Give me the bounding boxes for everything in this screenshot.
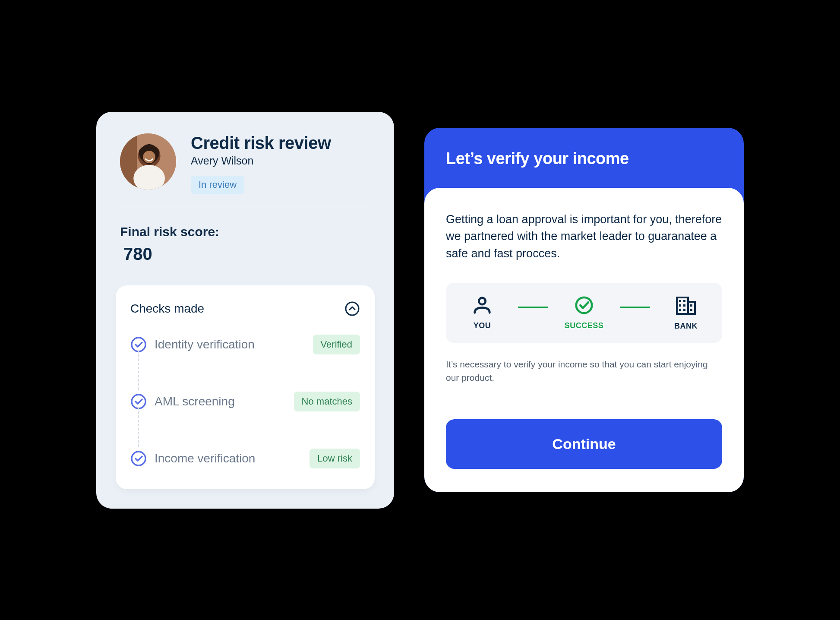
svg-rect-13: [688, 302, 695, 314]
check-badge: Verified: [313, 335, 360, 354]
svg-point-8: [132, 395, 145, 408]
svg-rect-12: [677, 297, 688, 314]
review-header: Credit risk review Avery Wilson In revie…: [116, 133, 375, 194]
checks-heading: Checks made: [130, 302, 204, 316]
svg-rect-14: [679, 300, 681, 302]
check-item-aml: AML screening No matches: [130, 388, 360, 415]
bank-building-icon: [675, 295, 697, 317]
progress-step-label: SUCCESS: [565, 321, 604, 330]
progress-step-label: YOU: [474, 321, 491, 330]
check-circle-icon: [130, 450, 147, 467]
check-badge: Low risk: [309, 449, 360, 468]
divider: [120, 207, 370, 207]
svg-point-7: [132, 338, 145, 351]
svg-point-5: [143, 151, 155, 163]
svg-point-11: [576, 297, 592, 313]
checks-header: Checks made: [130, 301, 360, 316]
check-item-identity: Identity verification Verified: [130, 331, 360, 358]
progress-step-label: BANK: [674, 322, 698, 331]
verify-intro: Getting a loan approval is important for…: [446, 211, 722, 262]
check-item-income: Income verification Low risk: [130, 445, 360, 472]
svg-rect-16: [679, 304, 681, 307]
avatar: [120, 133, 176, 190]
status-badge: In review: [191, 176, 244, 194]
svg-rect-19: [683, 309, 685, 311]
progress-line: [518, 307, 548, 308]
reviewer-name: Avery Wilson: [191, 155, 331, 167]
progress-step-success: SUCCESS: [563, 295, 605, 330]
checks-panel: Checks made Identity verification Verifi…: [116, 285, 375, 489]
verify-note: It’s necessary to verify your income so …: [446, 357, 722, 385]
check-label: Identity verification: [155, 338, 305, 351]
check-label: AML screening: [155, 395, 286, 408]
svg-point-9: [132, 452, 145, 465]
svg-rect-17: [683, 304, 685, 307]
verify-body: Getting a loan approval is important for…: [424, 188, 744, 492]
svg-rect-18: [679, 309, 681, 311]
score-value: 780: [120, 244, 370, 264]
success-check-icon: [574, 295, 594, 317]
svg-point-6: [346, 302, 359, 315]
person-icon: [472, 295, 492, 317]
check-badge: No matches: [294, 392, 360, 411]
collapse-icon[interactable]: [344, 301, 360, 316]
svg-rect-20: [690, 304, 692, 307]
progress-step-bank: BANK: [665, 295, 707, 331]
score-label: Final risk score:: [120, 225, 370, 239]
verify-income-card: Let’s verify your income Getting a loan …: [424, 128, 744, 492]
review-title: Credit risk review: [191, 133, 331, 153]
progress-step-you: YOU: [461, 295, 503, 330]
check-connector: [138, 407, 139, 447]
svg-point-10: [479, 297, 485, 304]
review-header-text: Credit risk review Avery Wilson In revie…: [191, 133, 331, 194]
continue-button[interactable]: Continue: [446, 419, 722, 469]
verify-title: Let’s verify your income: [424, 149, 744, 188]
svg-rect-15: [683, 300, 685, 302]
verify-progress: YOU SUCCESS: [446, 283, 722, 343]
svg-rect-21: [690, 309, 692, 311]
checks-list: Identity verification Verified AML scree…: [130, 331, 360, 472]
progress-line: [620, 307, 650, 308]
check-connector: [138, 350, 139, 390]
credit-risk-review-card: Credit risk review Avery Wilson In revie…: [96, 112, 394, 509]
check-label: Income verification: [155, 452, 302, 465]
score-block: Final risk score: 780: [116, 225, 375, 264]
